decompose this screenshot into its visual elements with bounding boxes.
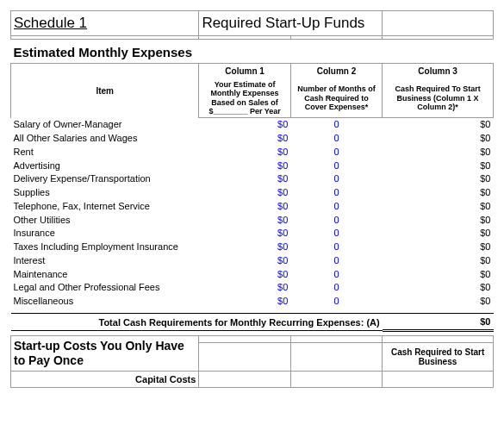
table-row: Taxes Including Employment Insurance$00$…	[11, 240, 494, 254]
col3-cell: $0	[383, 214, 494, 228]
col3-cell: $0	[383, 146, 494, 159]
item-cell: Advertising	[11, 159, 199, 173]
col2-cell: 0	[290, 172, 382, 186]
col1-cell: $0	[199, 214, 290, 228]
section1-heading: Estimated Monthly Expenses	[11, 40, 494, 64]
item-cell: Miscellaneous	[11, 295, 199, 309]
table-row: Insurance$00$0	[11, 227, 494, 240]
title-row: Schedule 1 Required Start-Up Funds	[11, 11, 494, 36]
col3-cell: $0	[383, 227, 494, 240]
section1-heading-row: Estimated Monthly Expenses	[11, 40, 494, 64]
col2-cell: 0	[290, 132, 382, 146]
col2-cell: 0	[290, 186, 382, 200]
item-cell: Interest	[11, 254, 199, 268]
col1-cell: $0	[199, 132, 290, 146]
col3-cell: $0	[383, 172, 494, 186]
page-title: Required Start-Up Funds	[199, 11, 383, 36]
capital-costs-row: Capital Costs	[11, 371, 494, 387]
col1-cell: $0	[199, 295, 290, 309]
col3-cell: $0	[383, 186, 494, 200]
col1-cell: $0	[199, 146, 290, 159]
col3-cell: $0	[383, 254, 494, 268]
col1-cell: $0	[199, 240, 290, 254]
col1-cell: $0	[199, 186, 290, 200]
table-row: Delivery Expense/Transportation$00$0	[11, 172, 494, 186]
capital-costs-label: Capital Costs	[11, 371, 199, 387]
table-row: Legal and Other Professional Fees$00$0	[11, 281, 494, 295]
col3-cell: $0	[383, 268, 494, 282]
total-label: Total Cash Requirements for Monthly Recu…	[11, 314, 383, 331]
section2-col3-label: Cash Required to Start Business	[383, 343, 494, 372]
table-row: Telephone, Fax, Internet Service$00$0	[11, 200, 494, 214]
worksheet-table: Schedule 1 Required Start-Up Funds Estim…	[10, 10, 494, 388]
total-row: Total Cash Requirements for Monthly Recu…	[11, 314, 494, 331]
col3-cell: $0	[383, 118, 494, 132]
item-cell: All Other Salaries and Wages	[11, 132, 199, 146]
table-row: Maintenance$00$0	[11, 268, 494, 282]
col1-cell: $0	[199, 200, 290, 214]
item-cell: Insurance	[11, 227, 199, 240]
header-col3: Column 3	[383, 64, 494, 79]
item-cell: Delivery Expense/Transportation	[11, 172, 199, 186]
item-cell: Telephone, Fax, Internet Service	[11, 200, 199, 214]
col1-cell: $0	[199, 159, 290, 173]
col3-cell: $0	[383, 200, 494, 214]
col2-cell: 0	[290, 254, 382, 268]
subheader-col3: Cash Required To Start Business (Column …	[383, 78, 494, 118]
section2-heading-row: Start-up Costs You Only Have to Pay Once	[11, 336, 494, 343]
subheader-col1: Your Estimate of Monthly Expenses Based …	[199, 78, 290, 118]
header-item: Item	[11, 64, 199, 118]
col2-cell: 0	[290, 159, 382, 173]
col3-cell: $0	[383, 159, 494, 173]
title-blank	[383, 11, 494, 36]
item-cell: Maintenance	[11, 268, 199, 282]
table-row: All Other Salaries and Wages$00$0	[11, 132, 494, 146]
section2-heading: Start-up Costs You Only Have to Pay Once	[11, 336, 199, 372]
col3-cell: $0	[383, 240, 494, 254]
item-cell: Taxes Including Employment Insurance	[11, 240, 199, 254]
col2-cell: 0	[290, 227, 382, 240]
total-value: $0	[383, 314, 494, 331]
col2-cell: 0	[290, 118, 382, 132]
col2-cell: 0	[290, 240, 382, 254]
table-row: Miscellaneous$00$0	[11, 295, 494, 309]
item-cell: Salary of Owner-Manager	[11, 118, 199, 132]
col1-cell: $0	[199, 227, 290, 240]
col2-cell: 0	[290, 214, 382, 228]
item-cell: Supplies	[11, 186, 199, 200]
item-cell: Other Utilities	[11, 214, 199, 228]
header-col1: Column 1	[199, 64, 290, 79]
schedule-label: Schedule 1	[11, 11, 199, 36]
table-row: Other Utilities$00$0	[11, 214, 494, 228]
item-cell: Legal and Other Professional Fees	[11, 281, 199, 295]
col3-cell: $0	[383, 295, 494, 309]
col1-cell: $0	[199, 172, 290, 186]
col1-cell: $0	[199, 254, 290, 268]
table-row: Supplies$00$0	[11, 186, 494, 200]
header-col2: Column 2	[290, 64, 382, 79]
subheader-col2: Number of Months of Cash Required to Cov…	[290, 78, 382, 118]
col3-cell: $0	[383, 281, 494, 295]
table-row: Rent$00$0	[11, 146, 494, 159]
table-row: Advertising$00$0	[11, 159, 494, 173]
col1-cell: $0	[199, 281, 290, 295]
column-header-row: Item Column 1 Column 2 Column 3	[11, 64, 494, 79]
table-row: Salary of Owner-Manager$00$0	[11, 118, 494, 132]
col2-cell: 0	[290, 281, 382, 295]
col2-cell: 0	[290, 268, 382, 282]
col3-cell: $0	[383, 132, 494, 146]
table-row: Interest$00$0	[11, 254, 494, 268]
col1-cell: $0	[199, 118, 290, 132]
col2-cell: 0	[290, 295, 382, 309]
item-cell: Rent	[11, 146, 199, 159]
col2-cell: 0	[290, 146, 382, 159]
col1-cell: $0	[199, 268, 290, 282]
col2-cell: 0	[290, 200, 382, 214]
